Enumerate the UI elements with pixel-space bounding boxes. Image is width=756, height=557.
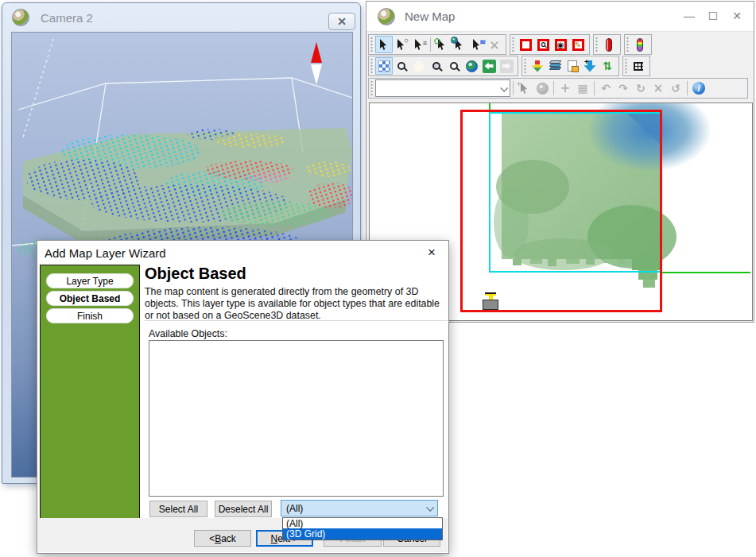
undo-icon[interactable]: ↶ [597, 79, 614, 97]
select-tools-group: ○ ≡ ⬠ ≋ × [368, 34, 506, 55]
pan-hand-icon[interactable] [410, 57, 428, 75]
step-finish[interactable]: Finish [46, 308, 134, 323]
layer-tools-group: + ⇅ [521, 56, 619, 76]
add-plus-icon[interactable]: + [556, 79, 574, 97]
zoom-full-extent-globe-icon[interactable] [463, 57, 480, 75]
delete-x-icon[interactable]: × [649, 79, 667, 97]
object-filter-combobox[interactable]: (All) [281, 500, 438, 516]
available-objects-label: Available Objects: [149, 328, 227, 339]
edit-tools-group: + + ▦ ↶ ↷ ↻ × ↺ i [368, 78, 748, 99]
zoom-icon[interactable] [445, 57, 463, 75]
map-window-title: New Map [405, 10, 455, 23]
toolbar-drag-handle[interactable] [523, 59, 527, 73]
toolbar-row-3: + + ▦ ↶ ↷ ↻ × ↺ i [368, 78, 752, 99]
close-icon: ✕ [337, 15, 347, 28]
globe-select-cursor-icon[interactable] [451, 36, 468, 53]
toolbar-drag-handle[interactable] [370, 81, 374, 95]
camera-window-title: Camera 2 [41, 11, 93, 25]
navigation-tools-group [368, 56, 518, 76]
chevron-down-icon [500, 83, 508, 91]
borehole-well-icon[interactable] [481, 292, 500, 311]
previous-view-icon[interactable] [480, 57, 498, 75]
toolbar-row-2: + ⇅ [368, 56, 752, 76]
step-layer-type[interactable]: Layer Type [46, 273, 134, 288]
toolbar-drag-handle[interactable] [511, 37, 515, 52]
deselect-all-button[interactable]: Deselect All [215, 501, 272, 517]
maximize-button[interactable]: ☐ [701, 6, 725, 25]
zoom-window-icon[interactable] [428, 57, 445, 75]
page-description: The map content is generated directly fr… [145, 286, 447, 322]
object-filter-value: (All) [286, 503, 303, 514]
wizard-steps-sidebar: Layer Type Object Based Finish [40, 265, 140, 520]
extent-frame-icon[interactable] [517, 36, 534, 53]
edit-globe-icon[interactable] [533, 79, 551, 97]
extent-tools-group: ◉ ✎ [510, 34, 590, 55]
toolbar-row-1: ○ ≡ ⬠ ≋ × ◉ ✎ [368, 34, 752, 55]
next-view-icon[interactable] [498, 57, 515, 75]
delete-selection-icon[interactable]: × [486, 36, 503, 53]
geoscene3d-logo-icon [12, 9, 29, 26]
refresh-layers-icon[interactable]: ⇅ [599, 57, 616, 75]
geoscene3d-logo-icon [378, 8, 395, 25]
green-profile-line-horizontal [661, 272, 750, 273]
colored-log-column-icon[interactable] [631, 36, 649, 53]
borehole-column-icon[interactable] [600, 36, 618, 53]
map-background-icon[interactable] [375, 57, 393, 75]
select-all-button[interactable]: Select All [149, 501, 207, 517]
dropdown-option-3d-grid[interactable]: (3D Grid) [283, 528, 442, 540]
toolbar-drag-handle[interactable] [370, 37, 374, 52]
layers-icon[interactable] [546, 57, 564, 75]
divider [145, 320, 448, 321]
caption-buttons: — ☐ ✕ [677, 6, 749, 25]
toolbar-drag-handle[interactable] [624, 59, 628, 73]
flash-select-cursor-icon[interactable]: ≋ [468, 36, 486, 53]
rotate-view-icon[interactable]: ↻ [632, 79, 649, 97]
step-object-based[interactable]: Object Based [46, 291, 134, 306]
object-filter-dropdown: (All) (3D Grid) [282, 517, 443, 540]
reset-view-icon[interactable]: ↺ [667, 79, 684, 97]
screen: Camera 2 ✕ [0, 0, 756, 557]
select-cursor-icon[interactable] [375, 36, 393, 53]
import-layer-icon[interactable] [529, 57, 546, 75]
close-icon[interactable]: × [425, 246, 439, 260]
camera-titlebar[interactable]: Camera 2 [2, 3, 360, 32]
log-tool-group [624, 34, 652, 55]
close-button[interactable]: ✕ [725, 6, 749, 25]
info-icon[interactable]: i [690, 79, 708, 97]
layer-properties-icon[interactable] [564, 57, 581, 75]
redo-icon[interactable]: ↷ [614, 79, 632, 97]
polygon-select-cursor-icon[interactable]: ⬠ [433, 36, 451, 53]
wizard-title: Add Map Layer Wizard [45, 246, 166, 260]
back-button[interactable]: < Back [194, 530, 251, 547]
toolbar-drag-handle[interactable] [626, 37, 630, 52]
dropdown-option-all[interactable]: (All) [283, 518, 442, 528]
add-layer-icon[interactable]: + [581, 57, 599, 75]
pan-extent-frame-icon[interactable]: ◉ [552, 36, 569, 53]
toolbar-drag-handle[interactable] [595, 37, 599, 52]
available-objects-listbox[interactable] [149, 340, 444, 497]
edit-extent-frame-icon[interactable]: ✎ [569, 36, 587, 53]
zoom-extent-frame-icon[interactable] [534, 36, 552, 53]
add-point-cursor-icon[interactable]: + [516, 79, 533, 97]
grid-tool-group [622, 56, 650, 76]
attribute-table-icon[interactable]: ▦ [574, 79, 591, 97]
borehole-tool-group [593, 34, 621, 55]
camera-close-button[interactable]: ✕ [328, 13, 355, 30]
minimize-button[interactable]: — [677, 6, 701, 25]
toolbar-drag-handle[interactable] [370, 59, 374, 73]
page-title: Object Based [145, 265, 246, 283]
circle-select-cursor-icon[interactable]: ○ [393, 36, 410, 53]
zoom-area-icon[interactable] [393, 57, 410, 75]
feature-select-combobox[interactable] [375, 79, 510, 97]
add-map-layer-wizard-dialog: Add Map Layer Wizard × Layer Type Object… [37, 240, 449, 554]
red-extent-frame[interactable] [460, 110, 662, 312]
list-select-cursor-icon[interactable]: ≡ [410, 36, 428, 53]
chevron-down-icon [426, 504, 434, 512]
north-compass-icon [311, 42, 322, 85]
grid-icon[interactable] [630, 57, 647, 75]
